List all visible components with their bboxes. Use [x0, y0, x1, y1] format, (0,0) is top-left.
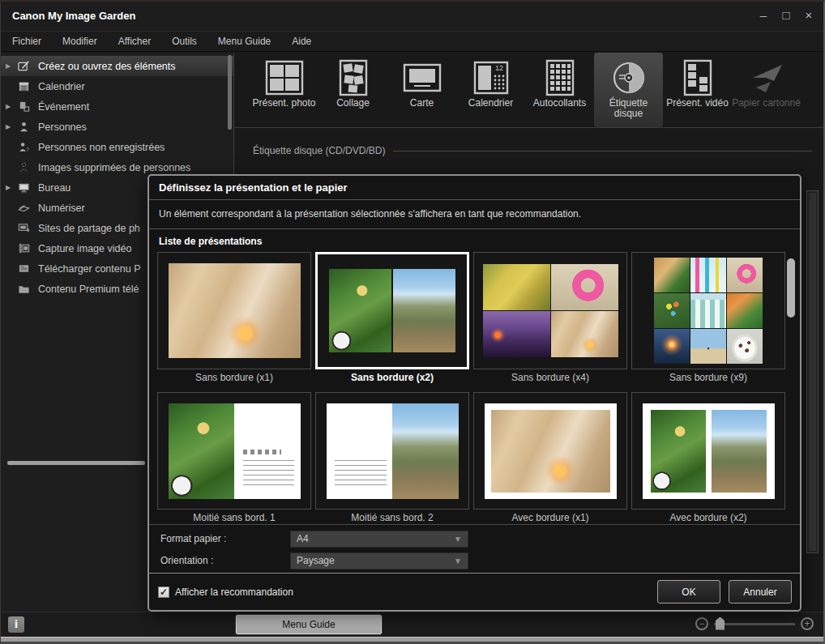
svg-text:12: 12	[495, 64, 503, 72]
event-icon	[14, 100, 33, 113]
sidebar-item-label: Contenu Premium télé	[33, 284, 139, 295]
menu-aide[interactable]: Aide	[292, 36, 311, 47]
ok-button[interactable]: OK	[657, 580, 720, 603]
layout-paper-dialog: Définissez la présentation et le papier …	[147, 174, 801, 612]
sidebar-item-label: Télécharger contenu P	[33, 263, 140, 275]
sidebar-horizontal-scrollbar[interactable]	[7, 461, 145, 465]
menu-guide-button[interactable]: Menu Guide	[236, 615, 382, 634]
paper-craft-icon	[746, 58, 787, 97]
person-unregistered-icon: ?	[14, 141, 33, 153]
toolbar-item-label: Présent. vidéo	[666, 98, 729, 109]
zoom-in-icon[interactable]: +	[801, 617, 814, 630]
close-button[interactable]: ×	[802, 8, 815, 23]
photo-share-icon	[14, 222, 33, 234]
toolbar-item-label: Papier cartonné	[732, 98, 801, 109]
layout-list: Sans bordure (x1) Sans bordure (x2) Sans…	[149, 249, 800, 524]
section-header: Étiquette disque (CD/DVD/BD)	[253, 145, 812, 156]
zoom-slider-thumb[interactable]	[716, 617, 725, 630]
layout-option-sans-bordure-x9[interactable]: Sans bordure (x9)	[631, 252, 785, 384]
menu-fichier[interactable]: Fichier	[12, 36, 41, 47]
menu-outils[interactable]: Outils	[172, 36, 197, 47]
sidebar-item-calendrier[interactable]: Calendrier	[1, 76, 233, 96]
layout-option-moitie-sans-bord-2[interactable]: Moitié sans bord. 2	[315, 392, 469, 524]
checkbox-checked-icon[interactable]: ✓	[158, 586, 169, 598]
create-open-icon	[14, 60, 33, 72]
sidebar-vertical-scrollbar[interactable]	[228, 55, 232, 130]
window-title: Canon My Image Garden	[12, 10, 135, 22]
expand-arrow-icon: ▶	[1, 184, 14, 191]
toolbar-collage[interactable]: Collage	[318, 53, 387, 127]
zoom-out-icon[interactable]: −	[695, 617, 708, 630]
layout-label: Sans bordure (x2)	[351, 372, 434, 384]
toolbar-papier-cartonne[interactable]: Papier cartonné	[732, 53, 801, 127]
toolbar-present-video[interactable]: Présent. vidéo	[663, 53, 732, 127]
card-icon	[402, 58, 442, 97]
menu-menu-guide[interactable]: Menu Guide	[218, 36, 271, 47]
info-button[interactable]: i	[8, 616, 24, 633]
minimize-button[interactable]: –	[757, 8, 770, 23]
layout-label: Sans bordure (x4)	[511, 372, 589, 384]
sidebar-item-label: Événement	[33, 101, 89, 113]
layout-option-moitie-sans-bord-1[interactable]: Moitié sans bord. 1	[157, 392, 311, 524]
sidebar-item-evenement[interactable]: ▶ Événement	[1, 96, 233, 117]
layout-option-sans-bordure-x1[interactable]: Sans bordure (x1)	[157, 252, 311, 384]
dialog-form: Format papier : A4 ▼ Orientation : Paysa…	[149, 524, 800, 573]
sidebar-item-label: Personnes	[33, 122, 87, 133]
layout-option-avec-bordure-x1[interactable]: Avec bordure (x1)	[473, 392, 627, 524]
layout-preview	[654, 258, 763, 364]
chevron-down-icon: ▼	[454, 557, 462, 565]
toolbar-autocollants[interactable]: Autocollants	[525, 53, 594, 127]
toolbar-present-photo[interactable]: Présent. photo	[250, 53, 318, 127]
scanner-icon	[14, 202, 33, 214]
svg-text:?: ?	[26, 147, 29, 152]
layout-list-title: Liste de présentations	[149, 229, 800, 249]
expand-arrow-icon: ▶	[1, 123, 14, 130]
layout-list-scrollbar-thumb[interactable]	[787, 258, 795, 318]
cancel-button[interactable]: Annuler	[729, 580, 792, 603]
maximize-button[interactable]: □	[780, 8, 793, 23]
toolbar-item-label: Présent. photo	[252, 98, 315, 109]
content-vertical-scrollbar[interactable]	[806, 190, 819, 553]
zoom-slider-track[interactable]	[714, 623, 795, 625]
orientation-select[interactable]: Paysage ▼	[290, 552, 468, 569]
layout-option-sans-bordure-x4[interactable]: Sans bordure (x4)	[473, 252, 627, 384]
content-scrollbar-thumb[interactable]	[809, 193, 816, 551]
toolbar-calendrier[interactable]: 12 Calendrier	[456, 53, 525, 127]
toolbar-item-label: Carte	[410, 98, 434, 109]
layout-preview	[329, 269, 455, 352]
sidebar-item-personnes-non-enregistrees[interactable]: ? Personnes non enregistrées	[1, 137, 233, 157]
title-bar: Canon My Image Garden – □ ×	[1, 2, 823, 31]
layout-grid: Sans bordure (x1) Sans bordure (x2) Sans…	[157, 252, 800, 524]
layout-label: Avec bordure (x1)	[511, 512, 588, 524]
chevron-down-icon: ▼	[454, 535, 462, 544]
toolbar-item-label: Collage	[336, 98, 370, 109]
premium-folder-icon	[14, 283, 33, 295]
photo-layout-icon	[264, 58, 305, 97]
layout-preview	[169, 403, 301, 499]
collage-icon	[337, 58, 370, 97]
dialog-description: Un élément correspondant à la présentati…	[159, 208, 581, 220]
menu-modifier[interactable]: Modifier	[62, 36, 97, 47]
paper-format-row: Format papier : A4 ▼	[160, 530, 800, 548]
person-icon	[14, 121, 33, 133]
dialog-buttons: OK Annuler	[657, 580, 792, 603]
show-recommendation-option[interactable]: ✓ Afficher la recommandation	[158, 586, 293, 598]
video-capture-icon	[14, 242, 33, 254]
person-deleted-icon	[14, 161, 33, 173]
sidebar-item-creer-ouvrir[interactable]: ▶ Créez ou ouvrez des éléments	[1, 56, 233, 76]
layout-option-avec-bordure-x2[interactable]: Avec bordure (x2)	[631, 392, 785, 524]
layout-preview	[169, 263, 301, 358]
menu-afficher[interactable]: Afficher	[118, 36, 151, 47]
toolbar-carte[interactable]: Carte	[387, 53, 456, 127]
sidebar-item-personnes[interactable]: ▶ Personnes	[1, 117, 233, 137]
layout-label: Moitié sans bord. 2	[351, 512, 433, 524]
sidebar-item-label: Calendrier	[33, 81, 85, 92]
layout-label: Moitié sans bord. 1	[193, 512, 275, 524]
dialog-description-row: Un élément correspondant à la présentati…	[149, 200, 800, 229]
expand-arrow-icon: ▶	[1, 62, 14, 70]
paper-format-select[interactable]: A4 ▼	[290, 531, 468, 548]
sidebar-item-label: Personnes non enregistrées	[33, 142, 165, 153]
layout-option-sans-bordure-x2[interactable]: Sans bordure (x2)	[315, 252, 469, 384]
sidebar-item-label: Numériser	[33, 203, 85, 214]
toolbar-etiquette-disque[interactable]: Étiquette disque	[594, 53, 663, 127]
